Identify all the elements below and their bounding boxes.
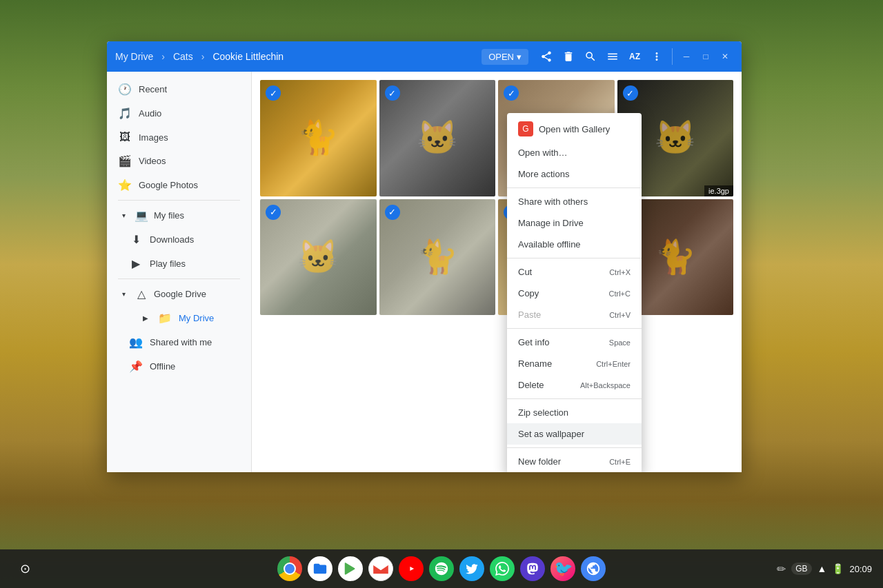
ctx-cut[interactable]: Cut Ctrl+X [507,261,642,283]
sidebar: 🕐 Recent 🎵 Audio 🖼 Images 🎬 Videos ⭐ Goo… [107,72,252,472]
sidebar-item-recent[interactable]: 🕐 Recent [107,77,246,101]
ctx-zip[interactable]: Zip selection [507,402,642,423]
ctx-new-folder[interactable]: New folder Ctrl+E [507,451,642,472]
ctx-shortcut-rename: Ctrl+Enter [596,360,631,368]
taskbar: ⊙ 🐦 [0,549,883,588]
my-drive-icon: 📁 [158,312,172,325]
maximize-button[interactable]: □ [697,48,714,65]
ctx-label-zip: Zip selection [518,407,568,418]
sidebar-label-play-files: Play files [150,258,186,269]
check-circle: ✓ [504,85,519,101]
play-files-icon: ▶ [129,257,143,270]
breadcrumb: My Drive › Cats › Cookie Littlechin [115,51,284,62]
tray-network-icon: ▲ [817,563,827,574]
ctx-shortcut-copy: Ctrl+C [609,290,631,298]
sidebar-label-google-drive: Google Drive [154,289,206,299]
sidebar-item-audio[interactable]: 🎵 Audio [107,101,246,125]
share-button[interactable] [537,47,556,66]
ctx-manage-drive[interactable]: Manage in Drive [507,212,642,234]
minimize-button[interactable]: ─ [678,48,695,65]
breadcrumb-cats[interactable]: Cats [173,51,193,62]
ctx-delete[interactable]: Delete Alt+Backspace [507,374,642,396]
ctx-divider-3 [507,328,642,329]
sort-button[interactable]: AZ [625,47,644,66]
open-button[interactable]: OPEN ▾ [482,49,528,65]
ctx-copy[interactable]: Copy Ctrl+C [507,283,642,304]
ctx-rename[interactable]: Rename Ctrl+Enter [507,353,642,374]
ctx-divider-2 [507,258,642,258]
ctx-wallpaper[interactable]: Set as wallpaper [507,423,642,445]
title-bar-actions: OPEN ▾ AZ ─ □ ✕ [482,47,733,66]
sidebar-item-images[interactable]: 🖼 Images [107,125,246,149]
ctx-shortcut-new-folder: Ctrl+E [609,458,631,466]
ctx-get-info[interactable]: Get info Space [507,332,642,353]
taskbar-app-youtube[interactable] [399,556,424,581]
ctx-label-open-gallery: Open with Gallery [539,124,610,134]
window-content: 🕐 Recent 🎵 Audio 🖼 Images 🎬 Videos ⭐ Goo… [107,72,742,472]
ctx-share[interactable]: Share with others [507,191,642,212]
ctx-label-available-offline: Available offline [518,239,581,250]
delete-button[interactable] [559,47,578,66]
file-grid: 🐈 ✓ 🐱 ✓ 🐈 ✓ 🐱 ✓ ie.3gp � [260,80,733,315]
ctx-paste[interactable]: Paste Ctrl+V [507,304,642,325]
sidebar-item-shared[interactable]: 👥 Shared with me [118,330,246,354]
sidebar-label-downloads: Downloads [150,234,194,245]
taskbar-app-9[interactable]: 🐦 [550,556,575,581]
tray-battery-icon: 🔋 [832,563,844,574]
sidebar-section-google-drive[interactable]: ▾ △ Google Drive [107,282,251,306]
check-circle: ✓ [266,85,281,101]
ctx-open-gallery[interactable]: G Open with Gallery [507,116,642,142]
taskbar-app-mastodon[interactable] [520,556,545,581]
file-label: ie.3gp [704,185,733,196]
tray-gb-indicator[interactable]: GB [791,562,811,575]
taskbar-app-spotify[interactable] [429,556,454,581]
taskbar-app-whatsapp[interactable] [490,556,515,581]
taskbar-app-play-store[interactable] [338,556,363,581]
ctx-more-actions[interactable]: More actions [507,163,642,185]
sidebar-label-videos: Videos [139,156,166,166]
sidebar-item-play-files[interactable]: ▶ Play files [118,252,246,276]
ctx-label-paste: Paste [518,310,541,320]
list-view-button[interactable] [603,47,622,66]
more-options-button[interactable] [647,47,666,66]
taskbar-app-gmail[interactable] [368,556,393,581]
ctx-divider-1 [507,187,642,188]
file-manager-window: My Drive › Cats › Cookie Littlechin OPEN… [107,41,742,472]
close-button[interactable]: ✕ [717,48,733,65]
taskbar-app-chrome[interactable] [277,556,302,581]
taskbar-app-files[interactable] [308,556,333,581]
title-bar: My Drive › Cats › Cookie Littlechin OPEN… [107,41,742,72]
ctx-shortcut-cut: Ctrl+X [609,268,631,276]
ctx-available-offline[interactable]: Available offline [507,234,642,255]
sidebar-item-downloads[interactable]: ⬇ Downloads [118,227,246,252]
shared-icon: 👥 [129,336,143,349]
ctx-label-more-actions: More actions [518,169,569,179]
sidebar-label-my-files: My files [154,210,184,221]
file-thumbnail[interactable]: 🐱 ✓ [260,199,377,316]
sidebar-label-audio: Audio [139,108,161,119]
ctx-label-manage-drive: Manage in Drive [518,218,584,228]
sidebar-item-google-photos[interactable]: ⭐ Google Photos [107,173,246,197]
videos-icon: 🎬 [118,154,132,168]
taskbar-app-10[interactable] [581,556,606,581]
ctx-shortcut-delete: Alt+Backspace [580,381,631,389]
sidebar-label-shared: Shared with me [150,337,212,347]
sidebar-item-offline[interactable]: 📌 Offline [118,354,246,378]
file-thumbnail[interactable]: 🐈 ✓ [379,199,496,316]
ctx-open-with[interactable]: Open with… [507,142,642,163]
google-drive-icon: △ [135,287,148,301]
launcher-button[interactable]: ⊙ [11,555,39,582]
gallery-app-icon: G [518,121,533,136]
google-drive-children: ▶ 📁 My Drive 👥 Shared with me 📌 Offline [107,306,251,378]
sidebar-section-my-files[interactable]: ▾ 💻 My files [107,203,251,227]
file-thumbnail[interactable]: 🐱 ✓ [379,80,496,196]
my-files-expand-icon: ▾ [118,212,129,219]
sidebar-label-images: Images [139,132,168,143]
sidebar-item-my-drive[interactable]: ▶ 📁 My Drive [118,306,246,330]
breadcrumb-my-drive[interactable]: My Drive [115,51,153,62]
sidebar-item-videos[interactable]: 🎬 Videos [107,149,246,173]
taskbar-app-twitter[interactable] [459,556,484,581]
search-button[interactable] [581,47,600,66]
ctx-label-delete: Delete [518,380,544,390]
file-thumbnail[interactable]: 🐈 ✓ [260,80,377,196]
